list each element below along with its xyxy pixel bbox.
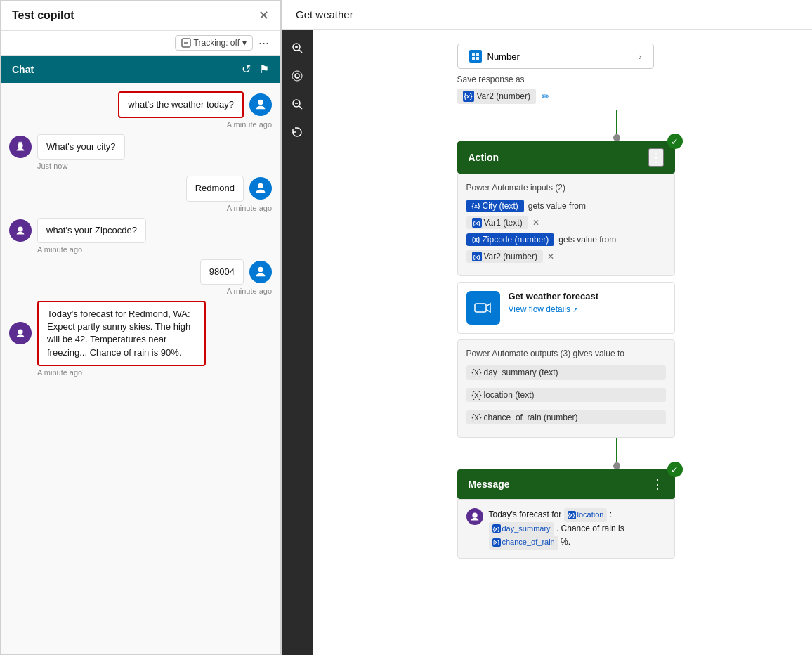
action-node: Action ⋮ ✓ [457,141,675,174]
flow-editor-panel: Get weather [281,0,812,655]
day-summary-label: day_summary (text) [484,368,558,377]
pa-inputs-title: Power Automate inputs (2) [466,183,666,193]
gets-value-from-2: gets value from [558,235,616,245]
var-icon: {x} [492,524,501,533]
user-avatar [249,261,272,283]
message-row: Today's forecast for Redmond, WA: Expect… [9,301,272,377]
tracking-toggle[interactable]: Tracking: off ▾ [175,35,253,51]
weather-card: Get weather forecast View flow details ↗ [457,282,675,334]
message-node: Message ⋮ ✓ [457,469,675,499]
view-flow-details-link[interactable]: View flow details ↗ [509,304,599,314]
var2-chip-input: {x} Var2 (number) [466,250,543,263]
action-title: Action [469,152,499,163]
message-time: A minute ago [227,120,272,129]
bot-message-bubble-highlighted: Today's forecast for Redmond, WA: Expect… [37,301,206,366]
flow-title: Get weather [296,8,353,20]
flow-icon [473,298,493,318]
refresh-button[interactable]: ↺ [242,63,251,76]
center-button[interactable] [284,63,310,89]
message-bot-icon [469,510,481,523]
right-panel-header: Get weather [282,0,812,30]
action-more-button[interactable]: ⋮ [648,148,664,167]
test-copilot-panel: Test copilot ✕ Tracking: off ▾ ··· Chat … [0,0,281,655]
bot-icon [14,224,27,237]
message-row: what's your Zipcocde? A minute ago [9,218,272,254]
weather-icon-box [466,291,500,325]
message-row: what's the weather today? A minute ago [9,91,272,129]
message-text: Redmond [195,183,235,193]
svg-rect-3 [18,142,22,144]
chat-body: what's the weather today? A minute ago W… [1,83,280,654]
close-button[interactable]: ✕ [258,9,269,22]
tracking-bar: Tracking: off ▾ ··· [1,31,280,56]
zoom-in-icon [291,41,303,54]
var-icon: {x} [472,218,482,228]
save-response-label: Save response as [457,74,675,84]
zoom-out-button[interactable] [284,91,310,117]
external-link-icon: ↗ [572,306,578,313]
var1-chip: {x} Var1 (text) [466,216,528,229]
zoom-out-icon [291,98,303,110]
svg-line-9 [299,50,302,53]
chat-header: Chat ↺ ⚑ [1,56,280,83]
chevron-down-icon: ▾ [242,38,247,48]
svg-point-2 [18,143,22,148]
pa-outputs-title: Power Automate outputs (3) gives value t… [466,349,666,358]
message-bubble-wrap: What's your city? [9,134,125,160]
number-icon [469,50,482,63]
message-node-group: Message ⋮ ✓ Today's forecast for [457,469,675,559]
bot-icon [14,141,27,153]
zoom-in-button[interactable] [284,35,310,60]
location-label: location (text) [484,390,535,400]
pa-outputs-section: Power Automate outputs (3) gives value t… [457,339,675,438]
var1-label: Var1 (text) [484,218,523,228]
output-chance-of-rain: {x} chance_of_rain (number) [466,410,666,424]
message-row: Redmond A minute ago [9,176,272,212]
number-pill-left: Number [469,50,520,63]
day-summary-var-label: day_summary [502,523,551,536]
more-options-button[interactable]: ··· [258,37,269,49]
edit-icon[interactable]: ✏ [542,91,550,102]
bot-avatar [9,322,32,344]
bot-message-bubble: What's your city? [37,134,125,160]
bot-avatar [9,219,32,242]
message-time: A minute ago [37,245,82,254]
var-icon: {x} [472,390,482,400]
var-icon: {x} [568,511,576,519]
output-location: {x} location (text) [466,388,666,402]
message-bubble-wrap: what's the weather today? [118,91,272,118]
grid-icon [471,52,480,60]
var-icon: {x} [472,252,482,261]
number-pill[interactable]: Number › [457,44,654,69]
message-check-icon: ✓ [667,462,683,477]
tracking-label: Tracking: off [194,38,240,48]
city-chip-icon: {x} [472,202,480,209]
message-text: Today's forecast for Redmond, WA: Expect… [47,309,190,358]
user-message-bubble: what's the weather today? [118,91,244,118]
message-bubble-wrap: what's your Zipcocde? [9,218,146,243]
bot-message-bubble: what's your Zipcocde? [37,218,146,243]
location-var-chip: {x} location [564,508,608,522]
message-time: A minute ago [227,287,272,295]
remove-var2-button[interactable]: ✕ [547,252,554,261]
message-row: What's your city? Just now [9,134,272,170]
message-bubble-wrap: 98004 [200,259,272,285]
svg-rect-17 [472,57,475,60]
flag-button[interactable]: ⚑ [259,63,269,76]
message-time: Just now [37,162,67,170]
weather-card-title: Get weather forecast [509,291,599,301]
connector-dot-2 [613,462,620,469]
view-flow-link-text: View flow details [509,304,571,314]
message-more-button[interactable]: ⋮ [651,476,664,492]
message-node-title: Message [469,479,510,490]
remove-var1-button[interactable]: ✕ [532,218,539,228]
user-message-bubble: Redmond [186,176,244,201]
city-label: City (text) [483,201,518,211]
pa-var1-row: {x} Var1 (text) ✕ [466,216,666,229]
zipcode-label: Zipcode (number) [483,235,549,245]
reset-button[interactable] [284,119,310,145]
user-icon [254,182,267,195]
zipcode-chip: {x} Zipcode (number) [466,233,555,246]
svg-rect-18 [476,57,479,60]
connector-line-2 [616,438,617,462]
